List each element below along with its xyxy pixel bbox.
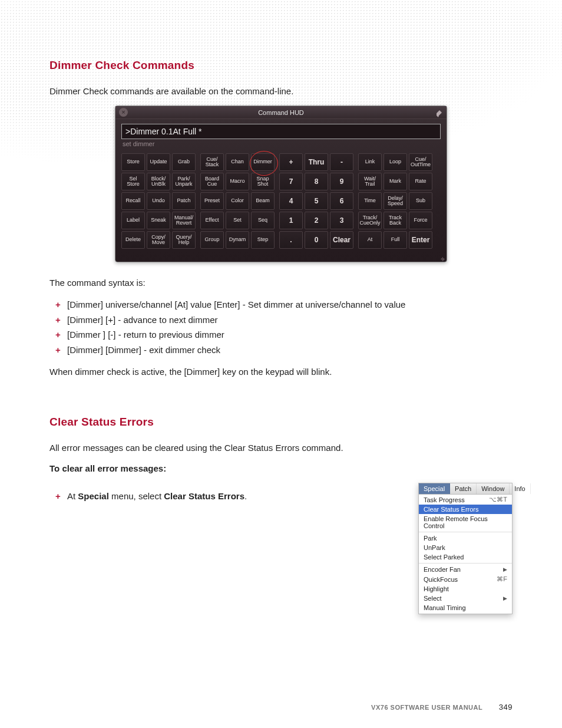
hud-key[interactable]: 2 bbox=[305, 212, 328, 229]
hud-key[interactable]: Query/ Help bbox=[172, 231, 196, 249]
hud-group-d: LinkLoopCue/ OutTimeWait/ TrailMarkRateT… bbox=[358, 153, 432, 249]
menu-item[interactable]: Task Progress⌥⌘T bbox=[419, 495, 512, 505]
hud-key[interactable]: At bbox=[358, 231, 382, 249]
hud-key[interactable]: Cue/ OutTime bbox=[409, 153, 432, 171]
hud-key[interactable]: - bbox=[330, 153, 353, 171]
submenu-arrow-icon: ▶ bbox=[503, 595, 507, 601]
hud-key[interactable]: Undo bbox=[147, 192, 170, 210]
hud-key[interactable]: Grab bbox=[172, 153, 196, 171]
hud-key[interactable]: . bbox=[279, 231, 303, 249]
hud-key[interactable]: Chan bbox=[226, 153, 249, 171]
hud-key[interactable]: Sel Store bbox=[121, 173, 145, 190]
hud-key[interactable]: Patch bbox=[172, 192, 196, 210]
menu-item-label: Manual Timing bbox=[424, 604, 466, 611]
syntax-item: [Dimmer] universe/channel [At] value [En… bbox=[49, 297, 513, 312]
menu-item-label: Task Progress bbox=[424, 496, 465, 503]
hud-key[interactable]: Delete bbox=[121, 231, 145, 249]
hud-key[interactable]: Label bbox=[121, 212, 145, 229]
hud-key[interactable]: Track Back bbox=[384, 212, 407, 229]
hud-key[interactable]: Effect bbox=[200, 212, 224, 229]
hud-key[interactable]: 5 bbox=[305, 192, 328, 210]
hud-key[interactable]: Seq bbox=[251, 212, 275, 229]
hud-key[interactable]: Macro bbox=[226, 173, 249, 190]
hud-key[interactable]: 1 bbox=[279, 212, 303, 229]
hud-key[interactable]: Rate bbox=[409, 173, 432, 190]
hud-key[interactable]: Enter bbox=[409, 231, 432, 249]
hud-key[interactable]: Sneak bbox=[147, 212, 170, 229]
hud-key[interactable]: Set bbox=[226, 212, 249, 229]
syntax-item: [Dimmer] [+] - advance to next dimmer bbox=[49, 312, 513, 328]
menu-shortcut: ⌥⌘T bbox=[489, 496, 507, 503]
menu-item[interactable]: Park bbox=[419, 533, 512, 543]
hud-key[interactable]: 7 bbox=[279, 173, 303, 190]
hud-key[interactable]: Color bbox=[226, 192, 249, 210]
hud-key[interactable]: Full bbox=[384, 231, 407, 249]
hud-key[interactable]: 0 bbox=[305, 231, 328, 249]
hud-key[interactable]: Force bbox=[409, 212, 432, 229]
hud-key[interactable]: 8 bbox=[305, 173, 328, 190]
menu-item[interactable]: Select Parked bbox=[419, 552, 512, 562]
hud-key[interactable]: Cue/ Stack bbox=[200, 153, 224, 171]
menu-item[interactable]: Highlight bbox=[419, 584, 512, 594]
syntax-item: [Dimmer ] [-] - return to previous dimme… bbox=[49, 327, 513, 342]
hud-key[interactable]: 3 bbox=[330, 212, 353, 229]
hud-key[interactable]: Dimmer bbox=[251, 153, 275, 171]
hud-key[interactable]: Sub bbox=[409, 192, 432, 210]
menu-item[interactable]: Encoder Fan▶ bbox=[419, 565, 512, 574]
hud-key[interactable]: Loop bbox=[384, 153, 407, 171]
hud-key[interactable]: Manual/ Revert bbox=[172, 212, 196, 229]
menu-item[interactable]: Manual Timing bbox=[419, 603, 512, 612]
menu-tab[interactable]: Patch bbox=[450, 483, 477, 494]
hud-key[interactable]: Dynam bbox=[226, 231, 249, 249]
menu-separator bbox=[419, 532, 512, 532]
hud-key[interactable]: Clear bbox=[330, 231, 353, 249]
hud-key[interactable]: Recall bbox=[121, 192, 145, 210]
close-icon[interactable]: × bbox=[119, 108, 128, 117]
hud-key[interactable]: Store bbox=[121, 153, 145, 171]
hud-key[interactable]: Group bbox=[200, 231, 224, 249]
hud-key[interactable]: 6 bbox=[330, 192, 353, 210]
menu-separator bbox=[419, 563, 512, 564]
hud-key[interactable]: 4 bbox=[279, 192, 303, 210]
hud-key[interactable]: Preset bbox=[200, 192, 224, 210]
hud-key[interactable]: Link bbox=[358, 153, 382, 171]
hud-key[interactable]: Park/ Unpark bbox=[172, 173, 196, 190]
command-hud-screenshot: × Command HUD >Dimmer 0.1At Full * set d… bbox=[115, 106, 447, 262]
hud-key[interactable]: Snap Shot bbox=[251, 173, 275, 190]
hud-key[interactable]: Board Cue bbox=[200, 173, 224, 190]
menu-item[interactable]: UnPark bbox=[419, 543, 512, 552]
hud-key[interactable]: Track/ CueOnly bbox=[358, 212, 382, 229]
hud-key[interactable]: Block/ UnBlk bbox=[147, 173, 170, 190]
menu-item[interactable]: QuickFocus⌘F bbox=[419, 574, 512, 584]
menu-tab[interactable]: Info bbox=[510, 483, 530, 494]
menu-tab[interactable]: Window bbox=[477, 483, 510, 494]
hud-title: Command HUD bbox=[258, 109, 304, 116]
hud-key[interactable]: + bbox=[279, 153, 303, 171]
hud-key[interactable]: Step bbox=[251, 231, 275, 249]
pin-icon[interactable] bbox=[435, 108, 443, 117]
footer-page-number: 349 bbox=[499, 703, 513, 711]
step-bold-special: Special bbox=[78, 491, 109, 501]
hud-key[interactable]: 9 bbox=[330, 173, 353, 190]
hud-key[interactable]: Delay/ Speed bbox=[384, 192, 407, 210]
hud-key[interactable]: Beam bbox=[251, 192, 275, 210]
footer-manual-title: VX76 SOFTWARE USER MANUAL bbox=[371, 704, 482, 711]
hud-key[interactable]: Update bbox=[147, 153, 170, 171]
hud-key[interactable]: Thru bbox=[305, 153, 328, 171]
hud-hint: set dimmer bbox=[123, 140, 439, 147]
hud-key[interactable]: Time bbox=[358, 192, 382, 210]
menu-item[interactable]: Enable Remote Focus Control bbox=[419, 514, 512, 531]
menu-item[interactable]: Clear Status Errors bbox=[419, 505, 512, 514]
menu-item[interactable]: Select▶ bbox=[419, 594, 512, 603]
heading-dimmer-check: Dimmer Check Commands bbox=[49, 59, 513, 72]
menu-item-label: Clear Status Errors bbox=[424, 506, 479, 513]
hud-key[interactable]: Mark bbox=[384, 173, 407, 190]
resize-handle-icon[interactable]: ≡ bbox=[115, 256, 447, 262]
menu-item-label: QuickFocus bbox=[424, 576, 458, 583]
step-bold-clear: Clear Status Errors bbox=[164, 491, 244, 501]
hud-command-line[interactable]: >Dimmer 0.1At Full * bbox=[121, 124, 441, 139]
hud-group-a: StoreUpdateGrabSel StoreBlock/ UnBlkPark… bbox=[121, 153, 196, 249]
hud-key[interactable]: Wait/ Trail bbox=[358, 173, 382, 190]
hud-key[interactable]: Copy/ Move bbox=[147, 231, 170, 249]
menu-tab[interactable]: Special bbox=[419, 483, 450, 494]
